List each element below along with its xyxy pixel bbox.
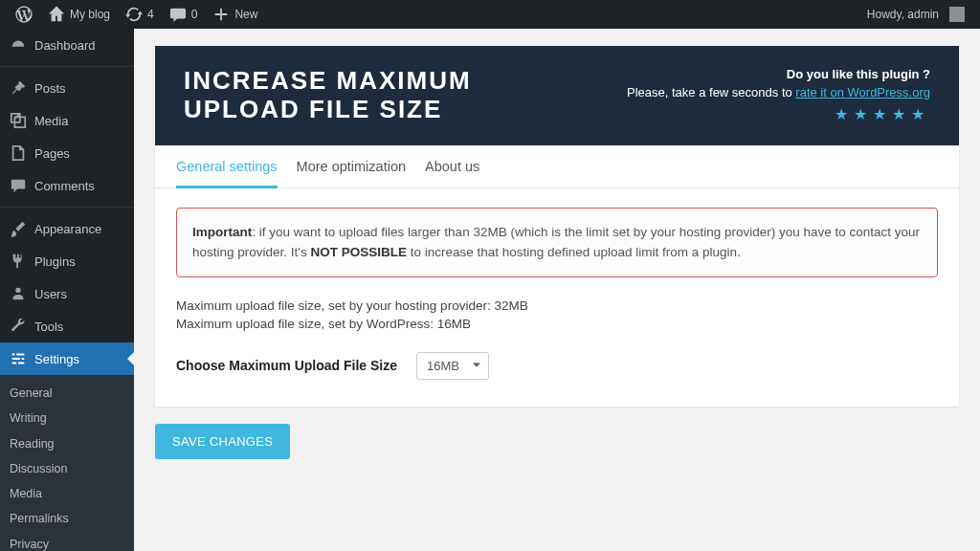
pin-icon xyxy=(10,79,27,97)
comments-count: 0 xyxy=(191,8,198,21)
rate-line: Please, take a few seconds to rate it on… xyxy=(627,85,930,99)
updates-menu[interactable]: 4 xyxy=(118,0,162,29)
submenu-general[interactable]: General xyxy=(0,381,134,406)
submenu-media[interactable]: Media xyxy=(0,481,134,506)
sidebar-item-label: Plugins xyxy=(34,254,76,269)
wp-limit-info: Maximum upload file size, set by WordPre… xyxy=(176,317,938,331)
star-rating[interactable]: ★★★★★ xyxy=(627,105,930,123)
settings-submenu: General Writing Reading Discussion Media… xyxy=(0,375,134,551)
account-menu[interactable]: Howdy, admin xyxy=(859,0,972,29)
sidebar-item-users[interactable]: Users xyxy=(0,277,134,310)
site-name-menu[interactable]: My blog xyxy=(40,0,118,29)
sliders-icon xyxy=(10,350,27,367)
sidebar-item-pages[interactable]: Pages xyxy=(0,137,134,169)
hosting-limit-info: Maximum upload file size, set by your ho… xyxy=(176,298,938,313)
updates-count: 4 xyxy=(147,8,154,21)
upload-size-label: Choose Maximum Upload File Size xyxy=(176,358,397,373)
site-name-label: My blog xyxy=(70,8,110,21)
sidebar-item-settings[interactable]: Settings xyxy=(0,342,134,375)
admin-toolbar: My blog 4 0 New Howdy, admin xyxy=(0,0,980,29)
dashboard-icon xyxy=(10,36,27,54)
sidebar-item-label: Appearance xyxy=(34,222,101,236)
sidebar-item-appearance[interactable]: Appearance xyxy=(0,212,134,245)
comment-icon xyxy=(10,177,27,194)
wp-logo-menu[interactable] xyxy=(8,0,40,29)
updates-icon xyxy=(125,6,143,23)
sidebar-item-label: Settings xyxy=(34,352,79,366)
sidebar-item-label: Pages xyxy=(34,146,70,161)
sidebar-item-dashboard[interactable]: Dashboard xyxy=(0,29,134,61)
sidebar-item-label: Comments xyxy=(34,179,95,193)
avatar-icon xyxy=(949,7,965,22)
new-label: New xyxy=(234,8,257,21)
sidebar-item-media[interactable]: Media xyxy=(0,104,134,137)
important-notice: Important: if you want to upload files l… xyxy=(176,208,938,277)
plug-icon xyxy=(10,253,27,270)
plugin-hero: INCREASE MAXIMUM UPLOAD FILE SIZE Do you… xyxy=(155,46,959,145)
sidebar-item-posts[interactable]: Posts xyxy=(0,72,134,104)
sidebar-item-comments[interactable]: Comments xyxy=(0,169,134,202)
plus-icon xyxy=(212,6,230,23)
sidebar-item-label: Dashboard xyxy=(34,38,96,53)
submenu-discussion[interactable]: Discussion xyxy=(0,456,134,481)
sidebar-item-label: Posts xyxy=(34,81,66,96)
wrench-icon xyxy=(10,318,27,335)
comment-icon xyxy=(169,6,187,23)
tab-optimization[interactable]: More optimization xyxy=(297,159,406,187)
sidebar-item-plugins[interactable]: Plugins xyxy=(0,245,134,277)
home-icon xyxy=(48,6,65,23)
wordpress-logo-icon xyxy=(15,6,33,23)
plugin-title: INCREASE MAXIMUM UPLOAD FILE SIZE xyxy=(184,67,472,124)
submenu-writing[interactable]: Writing xyxy=(0,406,134,430)
media-icon xyxy=(10,112,27,129)
comments-menu[interactable]: 0 xyxy=(162,0,206,29)
sidebar-item-tools[interactable]: Tools xyxy=(0,310,134,342)
sidebar-item-label: Users xyxy=(34,287,67,301)
tab-about[interactable]: About us xyxy=(425,159,479,187)
submenu-reading[interactable]: Reading xyxy=(0,431,134,456)
sidebar-item-label: Tools xyxy=(34,320,63,334)
submenu-permalinks[interactable]: Permalinks xyxy=(0,506,134,531)
save-button[interactable]: SAVE CHANGES xyxy=(155,424,290,459)
main-content: INCREASE MAXIMUM UPLOAD FILE SIZE Do you… xyxy=(134,29,980,551)
sidebar-item-label: Media xyxy=(34,114,68,128)
upload-size-select[interactable]: 16MB xyxy=(416,352,489,380)
brush-icon xyxy=(10,220,27,237)
page-icon xyxy=(10,144,27,162)
admin-sidebar: Dashboard Posts Media Pages Comments App… xyxy=(0,29,134,551)
tab-general[interactable]: General settings xyxy=(176,159,278,188)
tab-bar: General settings More optimization About… xyxy=(155,145,959,188)
rate-link[interactable]: rate it on WordPress.org xyxy=(795,85,930,99)
settings-panel: General settings More optimization About… xyxy=(155,145,959,407)
submenu-privacy[interactable]: Privacy xyxy=(0,532,134,552)
new-content-menu[interactable]: New xyxy=(205,0,265,29)
like-question: Do you like this plugin ? xyxy=(627,67,930,81)
user-icon xyxy=(10,285,27,302)
greeting-label: Howdy, admin xyxy=(867,8,939,21)
